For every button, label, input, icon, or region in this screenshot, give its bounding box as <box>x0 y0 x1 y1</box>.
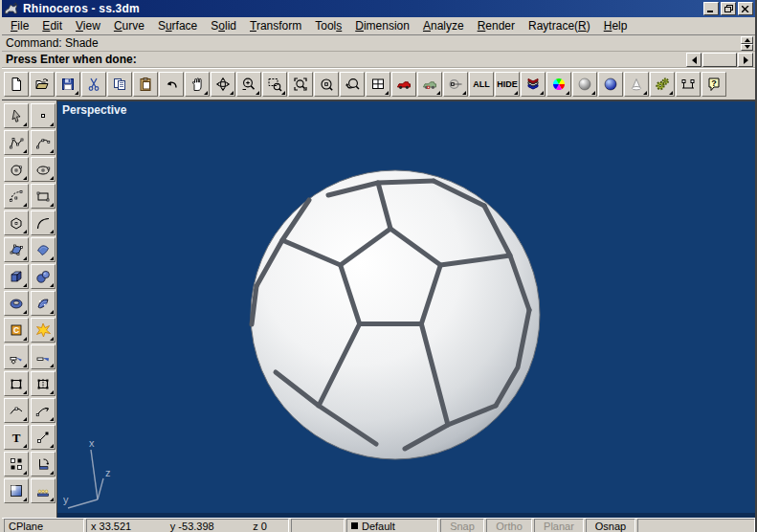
pan-button[interactable] <box>185 72 210 97</box>
menu-item-raytrace[interactable]: Raytrace(R) <box>522 18 597 34</box>
zoom-selected-button[interactable] <box>288 72 313 97</box>
render-button[interactable] <box>391 72 416 97</box>
viewport-layout-button[interactable] <box>366 72 390 97</box>
coord-y: y -53.398 <box>170 521 214 532</box>
render-sphere-button[interactable] <box>598 72 623 97</box>
cplane-pane[interactable]: CPlane <box>4 519 84 532</box>
tool-move-point[interactable] <box>31 425 56 450</box>
zoom-dynamic-button[interactable] <box>236 72 261 97</box>
tool-extend-curve[interactable] <box>31 398 56 423</box>
ortho-label: Ortho <box>496 521 523 532</box>
tool-orient[interactable] <box>31 452 56 477</box>
tool-trim[interactable] <box>4 371 29 396</box>
tool-split[interactable] <box>31 371 56 396</box>
tool-polyline[interactable] <box>4 130 29 155</box>
cplane-axis-gizmo: x y z <box>63 438 144 511</box>
paste-button[interactable] <box>133 72 158 97</box>
menu-item-view[interactable]: View <box>69 18 107 34</box>
tool-ellipse[interactable] <box>31 157 56 182</box>
restore-button[interactable] <box>721 2 736 15</box>
menu-item-help[interactable]: Help <box>597 18 635 34</box>
command-history-line[interactable]: Command: Shade <box>2 35 755 52</box>
tool-corner-curve[interactable] <box>31 211 56 235</box>
tool-explode[interactable] <box>31 318 56 343</box>
surface-edit-icon <box>35 296 51 311</box>
menu-item-tools[interactable]: Tools <box>308 18 348 34</box>
spotlight-button[interactable] <box>624 72 649 97</box>
new-button[interactable] <box>4 72 29 97</box>
command-prompt-line[interactable]: Press Enter when done: <box>2 52 755 68</box>
tool-sphere[interactable] <box>31 264 56 289</box>
tool-point[interactable] <box>31 103 56 128</box>
scroll-down-button[interactable] <box>741 44 753 52</box>
layer-pane[interactable]: Default <box>346 519 438 532</box>
scrollbar-thumb[interactable] <box>702 53 737 67</box>
tool-lights[interactable] <box>31 478 56 503</box>
save-button[interactable] <box>56 72 80 97</box>
rhino-window: Rhinoceros - ss.3dm File Edit View Curve… <box>0 0 757 532</box>
tool-polygon[interactable] <box>4 211 29 235</box>
tool-torus[interactable] <box>4 291 29 316</box>
tool-arc[interactable] <box>4 184 29 209</box>
coord-x: x 33.521 <box>91 521 131 532</box>
layers-button[interactable] <box>521 72 545 97</box>
tool-extrude[interactable]: C <box>4 318 29 343</box>
tool-chamfer[interactable] <box>31 344 56 369</box>
menu-item-edit[interactable]: Edit <box>35 18 69 34</box>
tool-rectangle[interactable] <box>31 184 56 209</box>
tool-curve[interactable] <box>31 130 56 155</box>
help-button[interactable]: ? <box>701 72 726 97</box>
menu-item-solid[interactable]: Solid <box>204 18 243 34</box>
planar-toggle[interactable]: Planar <box>534 519 584 532</box>
dimension-button[interactable] <box>676 72 701 97</box>
tool-surface-edit[interactable] <box>31 291 56 316</box>
text-glyph: T <box>12 431 21 445</box>
snap-toggle[interactable]: Snap <box>440 519 484 532</box>
tool-box[interactable] <box>4 264 29 289</box>
close-button[interactable] <box>738 2 753 15</box>
undo-button[interactable] <box>159 72 184 97</box>
select-all-button[interactable]: ALL <box>469 72 494 97</box>
minimize-button[interactable] <box>703 2 719 15</box>
osnap-button[interactable] <box>443 72 468 97</box>
cut-button[interactable] <box>81 72 106 97</box>
menu-item-curve[interactable]: Curve <box>107 18 151 34</box>
zoom-target-button[interactable] <box>314 72 339 97</box>
axis-x-label: x <box>89 438 95 449</box>
render-preview-button[interactable] <box>417 72 442 97</box>
tool-surface-points[interactable] <box>4 237 29 262</box>
color-button[interactable] <box>546 72 571 97</box>
shade-button[interactable] <box>572 72 597 97</box>
ortho-toggle[interactable]: Ortho <box>486 519 532 532</box>
menu-item-transform[interactable]: Transform <box>243 18 308 34</box>
menu-item-surface[interactable]: Surface <box>151 18 204 34</box>
menu-item-render[interactable]: Render <box>471 18 522 34</box>
hide-button[interactable]: HIDE <box>495 72 520 97</box>
rotate-view-button[interactable] <box>211 72 235 97</box>
tool-patch-surface[interactable] <box>31 237 56 262</box>
menu-item-file[interactable]: File <box>4 18 35 34</box>
options-button[interactable] <box>650 72 675 97</box>
perspective-viewport[interactable]: Perspective <box>56 100 755 518</box>
tool-pointer[interactable] <box>4 103 29 128</box>
zoom-window-button[interactable] <box>262 72 287 97</box>
menu-item-analyze[interactable]: Analyze <box>416 18 471 34</box>
tool-fillet[interactable] <box>4 344 29 369</box>
tool-circle[interactable] <box>4 157 29 182</box>
tool-point-on-curve[interactable] <box>4 398 29 423</box>
app-icon-rhino[interactable] <box>4 2 19 16</box>
osnap-toggle[interactable]: Osnap <box>586 519 635 532</box>
menu-item-dimension[interactable]: Dimension <box>348 18 416 34</box>
layers-chevrons-icon <box>525 77 541 92</box>
tool-shaded-view[interactable] <box>4 478 29 503</box>
tool-text[interactable]: T <box>4 425 29 450</box>
copy-button[interactable] <box>107 72 132 97</box>
tool-array[interactable] <box>4 452 29 477</box>
open-button[interactable] <box>30 72 55 97</box>
scroll-right-button[interactable] <box>738 53 753 67</box>
render-car-red-icon <box>396 77 412 92</box>
zoom-previous-button[interactable] <box>340 72 365 97</box>
scroll-left-button[interactable] <box>686 53 701 67</box>
scroll-up-button[interactable] <box>741 36 753 44</box>
viewport-title[interactable]: Perspective <box>62 103 126 117</box>
